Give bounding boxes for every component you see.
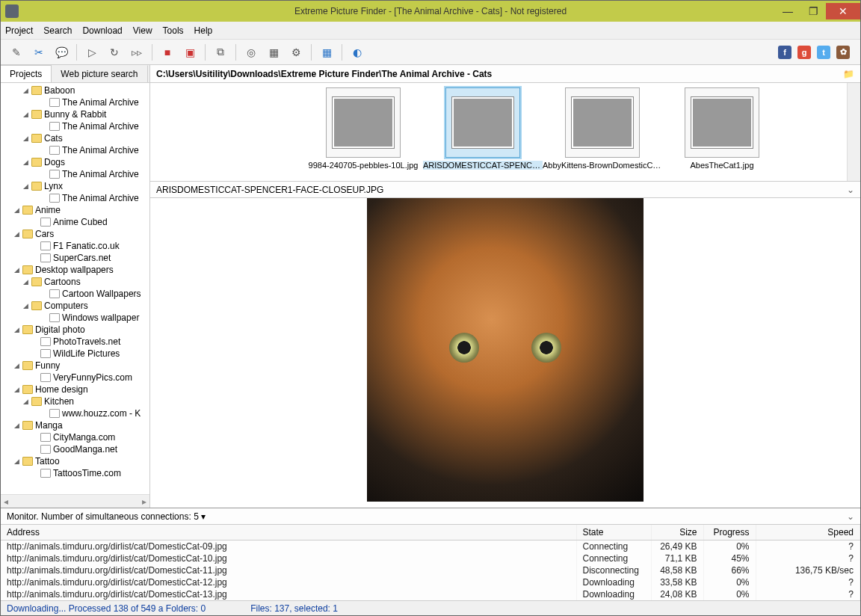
menu-download[interactable]: Download — [82, 25, 122, 36]
globe-icon[interactable]: ◎ — [242, 43, 260, 61]
play-icon[interactable]: ▷ — [83, 43, 101, 61]
menu-view[interactable]: View — [133, 25, 152, 36]
monitor-row[interactable]: http://animals.timduru.org/dirlist/cat/D… — [1, 540, 860, 553]
tree-item[interactable]: ◢Computers — [1, 300, 149, 312]
monitor-panel: Monitor. Number of simultaneous connecti… — [1, 508, 860, 600]
chat-icon[interactable]: 💬 — [52, 43, 70, 61]
facebook-icon[interactable]: f — [778, 46, 791, 59]
vscrollbar[interactable] — [847, 83, 860, 181]
wizard-icon[interactable]: ✂ — [30, 43, 48, 61]
statusbar: Downloading... Processed 138 of 549 a Fo… — [1, 600, 860, 615]
menu-search[interactable]: Search — [43, 25, 72, 36]
tree-item[interactable]: ◢Cats — [1, 132, 149, 144]
titlebar: Extreme Picture Finder - [The Animal Arc… — [1, 1, 860, 22]
preview-pane — [150, 198, 860, 508]
menu-project[interactable]: Project — [5, 25, 33, 36]
thumbnail[interactable]: AbbyKittens-BrownDomesticCa... — [561, 87, 644, 181]
tree-item[interactable]: ◢Digital photo — [1, 324, 149, 336]
monitor-row[interactable]: http://animals.timduru.org/dirlist/cat/D… — [1, 588, 860, 600]
collapse-preview-icon[interactable]: ⌄ — [847, 185, 854, 195]
close-button[interactable]: ✕ — [826, 3, 860, 19]
refresh-icon[interactable]: ↻ — [105, 43, 123, 61]
menu-tools[interactable]: Tools — [163, 25, 184, 36]
tree-item[interactable]: VeryFunnyPics.com — [1, 372, 149, 384]
col-progress[interactable]: Progress — [703, 525, 756, 540]
thumbnail[interactable]: ARISDOMESTICCAT-SPENCER1-FACE-CLOSEUP.JP… — [442, 87, 524, 181]
monitor-row[interactable]: http://animals.timduru.org/dirlist/cat/D… — [1, 564, 860, 576]
google-icon[interactable]: g — [797, 46, 811, 59]
menubar: Project Search Download View Tools Help — [1, 22, 860, 40]
window-icon[interactable]: ▦ — [318, 43, 336, 61]
tree-item[interactable]: Windows wallpaper — [1, 312, 149, 324]
path-bar: C:\Users\Usitility\Downloads\Extreme Pic… — [150, 65, 860, 83]
sidebar: Projects Web picture search ◢BaboonThe A… — [1, 65, 150, 508]
skip-icon[interactable]: ▹▹ — [128, 43, 146, 61]
twitter-icon[interactable]: t — [817, 46, 830, 59]
tree-item[interactable]: TattoosTime.com — [1, 467, 149, 479]
thumbnail[interactable]: 9984-240705-pebbles-10L.jpg — [322, 87, 404, 181]
preview-image — [367, 198, 644, 502]
col-speed[interactable]: Speed — [756, 525, 860, 540]
tree-item[interactable]: The Animal Archive — [1, 144, 149, 156]
tree-item[interactable]: ◢Desktop wallpapers — [1, 264, 149, 276]
tree-item[interactable]: The Animal Archive — [1, 96, 149, 108]
tree-item[interactable]: ◢Anime — [1, 204, 149, 216]
tree-item[interactable]: ◢Home design — [1, 384, 149, 395]
status-files: Files: 137, selected: 1 — [250, 603, 338, 614]
collapse-monitor-icon[interactable]: ⌄ — [847, 511, 854, 522]
tree-item[interactable]: The Animal Archive — [1, 168, 149, 180]
tree-item[interactable]: www.houzz.com - K — [1, 407, 149, 419]
toolbar: ✎ ✂ 💬 ▷ ↻ ▹▹ ■ ▣ ⧉ ◎ ▦ ⚙ ▦ ◐ f g t ✿ — [1, 40, 860, 65]
copy-icon[interactable]: ⧉ — [212, 43, 229, 61]
tree-item[interactable]: PhotoTravels.net — [1, 336, 149, 348]
tree-item[interactable]: ◢Cars — [1, 228, 149, 240]
tree-item[interactable]: ◢Cartoons — [1, 276, 149, 288]
tree-item[interactable]: SuperCars.net — [1, 252, 149, 264]
project-tree[interactable]: ◢BaboonThe Animal Archive◢Bunny & Rabbit… — [1, 83, 149, 494]
tree-item[interactable]: WildLife Pictures — [1, 348, 149, 360]
tree-item[interactable]: F1 Fanatic.co.uk — [1, 240, 149, 252]
tree-item[interactable]: CityManga.com — [1, 431, 149, 443]
calendar-icon[interactable]: ▦ — [265, 43, 283, 61]
path-text: C:\Users\Usitility\Downloads\Extreme Pic… — [156, 69, 492, 79]
help-icon[interactable]: ◐ — [348, 43, 366, 61]
preview-bar: ARISDOMESTICCAT-SPENCER1-FACE-CLOSEUP.JP… — [150, 182, 860, 198]
tree-item[interactable]: The Animal Archive — [1, 120, 149, 132]
tree-item[interactable]: ◢Lynx — [1, 180, 149, 192]
monitor-row[interactable]: http://animals.timduru.org/dirlist/cat/D… — [1, 552, 860, 564]
monitor-table: Address State Size Progress Speed http:/… — [1, 525, 860, 600]
tree-item[interactable]: ◢Manga — [1, 419, 149, 431]
tree-item[interactable]: Anime Cubed — [1, 216, 149, 228]
tree-item[interactable]: Cartoon Wallpapers — [1, 288, 149, 300]
thumbnail-strip: 9984-240705-pebbles-10L.jpgARISDOMESTICC… — [150, 83, 860, 182]
tree-item[interactable]: ◢Funny — [1, 360, 149, 372]
stop-all-icon[interactable]: ▣ — [181, 43, 199, 61]
preview-filename: ARISDOMESTICCAT-SPENCER1-FACE-CLOSEUP.JP… — [156, 185, 383, 195]
menu-help[interactable]: Help — [194, 25, 213, 36]
tab-web-search[interactable]: Web picture search — [52, 65, 147, 82]
tree-item[interactable]: ◢Kitchen — [1, 395, 149, 407]
tree-item[interactable]: ◢Baboon — [1, 84, 149, 96]
tree-item[interactable]: ◢Bunny & Rabbit — [1, 108, 149, 120]
col-address[interactable]: Address — [1, 525, 576, 540]
social-icon[interactable]: ✿ — [836, 46, 850, 59]
tree-item[interactable]: GoodManga.net — [1, 443, 149, 455]
gear-icon[interactable]: ⚙ — [287, 43, 305, 61]
tree-item[interactable]: ◢Dogs — [1, 156, 149, 168]
thumbnail[interactable]: AbesTheCat1.jpg — [681, 87, 763, 181]
minimize-button[interactable]: — — [775, 3, 800, 19]
tab-projects[interactable]: Projects — [1, 65, 52, 82]
maximize-button[interactable]: ❐ — [800, 3, 826, 19]
monitor-row[interactable]: http://animals.timduru.org/dirlist/cat/D… — [1, 576, 860, 588]
monitor-title: Monitor. Number of simultaneous connecti… — [7, 511, 206, 522]
stop-icon[interactable]: ■ — [158, 43, 176, 61]
hscrollbar[interactable]: ◂▸ — [1, 494, 149, 508]
app-icon — [5, 4, 19, 18]
col-size[interactable]: Size — [651, 525, 703, 540]
col-state[interactable]: State — [576, 525, 651, 540]
status-downloading: Downloading... Processed 138 of 549 a Fo… — [7, 603, 206, 614]
tree-item[interactable]: ◢Tattoo — [1, 455, 149, 467]
tree-item[interactable]: The Animal Archive — [1, 192, 149, 204]
open-folder-icon[interactable]: 📁 — [843, 69, 854, 79]
new-project-icon[interactable]: ✎ — [7, 43, 25, 61]
